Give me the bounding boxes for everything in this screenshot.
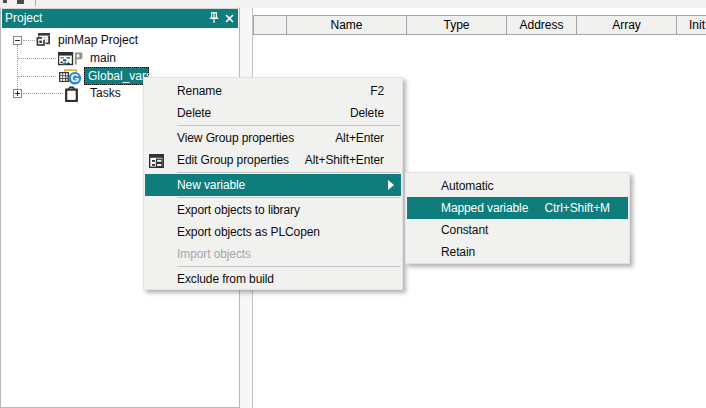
svg-text:G: G (71, 72, 80, 84)
